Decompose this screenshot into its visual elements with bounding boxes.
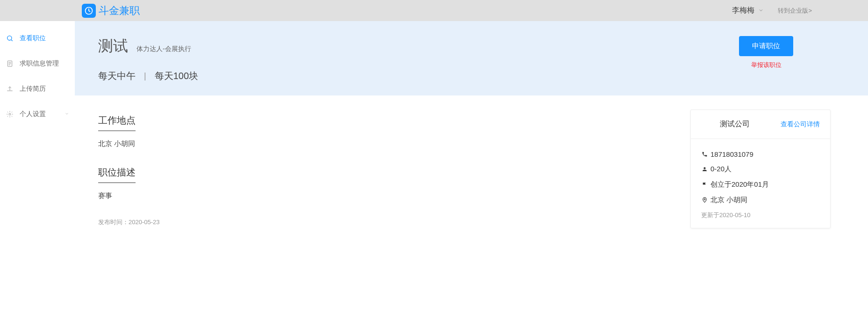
clock-logo-icon bbox=[82, 4, 96, 18]
job-schedule: 每天中午 bbox=[98, 70, 136, 82]
company-card: 测试公司 查看公司详情 18718031079 0-20人 bbox=[690, 110, 831, 228]
user-name: 李梅梅 bbox=[732, 6, 754, 15]
description-text: 赛事 bbox=[98, 191, 672, 200]
company-size-row: 0-20人 bbox=[701, 165, 820, 174]
company-founded: 创立于2020年01月 bbox=[710, 180, 769, 189]
topbar: 斗金兼职 李梅梅 转到企业版> bbox=[0, 0, 868, 21]
publish-time: 发布时间：2020-05-23 bbox=[98, 218, 672, 226]
company-location-row: 北京 小胡同 bbox=[701, 196, 820, 205]
report-job-link[interactable]: 举报该职位 bbox=[751, 61, 782, 69]
sidebar-item-personal-settings[interactable]: 个人设置 bbox=[0, 102, 75, 127]
company-phone: 18718031079 bbox=[710, 150, 753, 158]
svg-point-3 bbox=[9, 113, 11, 115]
svg-point-4 bbox=[704, 199, 705, 200]
sidebar-item-upload-resume[interactable]: 上传简历 bbox=[0, 76, 75, 102]
sidebar: 查看职位 求职信息管理 上传简历 个人设置 bbox=[0, 21, 75, 247]
apply-button[interactable]: 申请职位 bbox=[739, 36, 793, 56]
job-header: 测试 体力达人-会展执行 每天中午 | 每天100块 申请职位 举报该职位 bbox=[75, 21, 868, 95]
brand-name: 斗金兼职 bbox=[99, 4, 140, 18]
document-icon bbox=[6, 59, 14, 68]
description-heading: 职位描述 bbox=[98, 166, 136, 183]
location-text: 北京 小胡同 bbox=[98, 139, 672, 148]
sidebar-item-label: 求职信息管理 bbox=[20, 59, 59, 68]
job-pay: 每天100块 bbox=[155, 70, 198, 82]
phone-icon bbox=[701, 151, 708, 158]
content-area: 测试 体力达人-会展执行 每天中午 | 每天100块 申请职位 举报该职位 工作… bbox=[75, 21, 868, 247]
job-meta: 每天中午 | 每天100块 bbox=[98, 70, 739, 82]
upload-icon bbox=[6, 85, 14, 93]
company-name: 测试公司 bbox=[720, 119, 750, 129]
company-updated: 更新于2020-05-10 bbox=[701, 211, 820, 219]
company-phone-row: 18718031079 bbox=[701, 150, 820, 158]
location-heading: 工作地点 bbox=[98, 114, 136, 131]
view-company-link[interactable]: 查看公司详情 bbox=[781, 120, 820, 129]
chevron-down-icon bbox=[65, 111, 69, 117]
user-menu[interactable]: 李梅梅 bbox=[732, 6, 764, 15]
chevron-down-icon bbox=[758, 7, 764, 15]
search-icon bbox=[6, 34, 14, 43]
switch-to-enterprise-link[interactable]: 转到企业版> bbox=[778, 7, 812, 15]
sidebar-item-label: 上传简历 bbox=[20, 85, 46, 93]
job-title: 测试 bbox=[98, 36, 128, 57]
svg-point-1 bbox=[7, 36, 12, 40]
separator: | bbox=[144, 71, 146, 81]
sidebar-item-label: 查看职位 bbox=[20, 34, 46, 43]
brand-logo[interactable]: 斗金兼职 bbox=[82, 4, 140, 18]
job-subtitle: 体力达人-会展执行 bbox=[136, 45, 191, 53]
job-details: 工作地点 北京 小胡同 职位描述 赛事 发布时间：2020-05-23 bbox=[98, 114, 672, 226]
sidebar-item-label: 个人设置 bbox=[20, 110, 46, 118]
flag-icon bbox=[701, 182, 708, 188]
location-pin-icon bbox=[701, 197, 708, 204]
person-icon bbox=[701, 166, 708, 173]
company-founded-row: 创立于2020年01月 bbox=[701, 180, 820, 189]
sidebar-item-job-application-manage[interactable]: 求职信息管理 bbox=[0, 51, 75, 76]
gear-icon bbox=[6, 110, 14, 118]
company-location: 北京 小胡同 bbox=[710, 196, 747, 205]
sidebar-item-view-jobs[interactable]: 查看职位 bbox=[0, 26, 75, 51]
company-size: 0-20人 bbox=[710, 165, 732, 174]
